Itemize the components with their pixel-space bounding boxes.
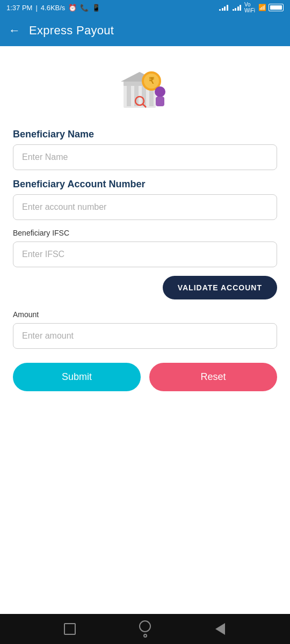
status-right: VoWiFi 📶	[219, 2, 284, 13]
action-row: Submit Reset	[13, 363, 277, 391]
validate-row: VALIDATE ACCOUNT	[13, 276, 277, 299]
account-number-input[interactable]	[13, 194, 277, 220]
svg-text:₹: ₹	[149, 76, 155, 85]
speed-display: |	[35, 4, 37, 12]
data-speed: 4.6KB/s	[41, 4, 66, 12]
call-icon: 📱	[92, 4, 100, 12]
whatsapp-icon: 📞	[80, 4, 89, 12]
ifsc-label: Beneficiary IFSC	[13, 229, 277, 237]
vo-wifi-label: VoWiFi	[244, 2, 255, 13]
recents-icon	[64, 623, 76, 635]
alarm-icon: ⏰	[68, 4, 77, 12]
signal-bars-2	[233, 4, 242, 11]
amount-label: Amount	[13, 310, 277, 319]
spacer	[0, 511, 290, 614]
illustration: ₹	[118, 62, 172, 116]
bottom-nav-bar	[0, 614, 290, 644]
page-title: Express Payout	[29, 24, 114, 38]
form-container: Beneficiary Name Beneficiary Account Num…	[13, 129, 277, 391]
svg-rect-11	[156, 97, 164, 106]
status-left: 1:37 PM | 4.6KB/s ⏰ 📞 📱	[6, 4, 100, 12]
ifsc-input[interactable]	[13, 241, 277, 267]
home-icon	[139, 620, 151, 638]
amount-input[interactable]	[13, 323, 277, 349]
signal-bars-1	[219, 4, 228, 11]
beneficiary-name-label: Beneficiary Name	[13, 129, 277, 140]
app-bar: ← Express Payout	[0, 15, 290, 46]
time-display: 1:37 PM	[6, 4, 32, 12]
svg-point-10	[155, 86, 165, 97]
beneficiary-name-input[interactable]	[13, 144, 277, 170]
validate-account-button[interactable]: VALIDATE ACCOUNT	[163, 276, 277, 299]
account-number-label: Beneficiary Account Number	[13, 179, 277, 190]
main-content: ₹ Beneficiary Name Beneficiary Account N…	[0, 46, 290, 511]
svg-rect-2	[127, 86, 131, 106]
reset-button[interactable]: Reset	[149, 363, 277, 391]
submit-button[interactable]: Submit	[13, 363, 141, 391]
back-button[interactable]: ←	[9, 24, 20, 38]
back-icon	[215, 623, 225, 635]
nav-home-button[interactable]	[138, 622, 152, 636]
battery-icon	[269, 4, 284, 11]
nav-back-button[interactable]	[213, 622, 227, 636]
status-bar: 1:37 PM | 4.6KB/s ⏰ 📞 📱 VoWiFi 📶	[0, 0, 290, 15]
wifi-icon: 📶	[258, 4, 266, 11]
nav-recents-button[interactable]	[63, 622, 77, 636]
